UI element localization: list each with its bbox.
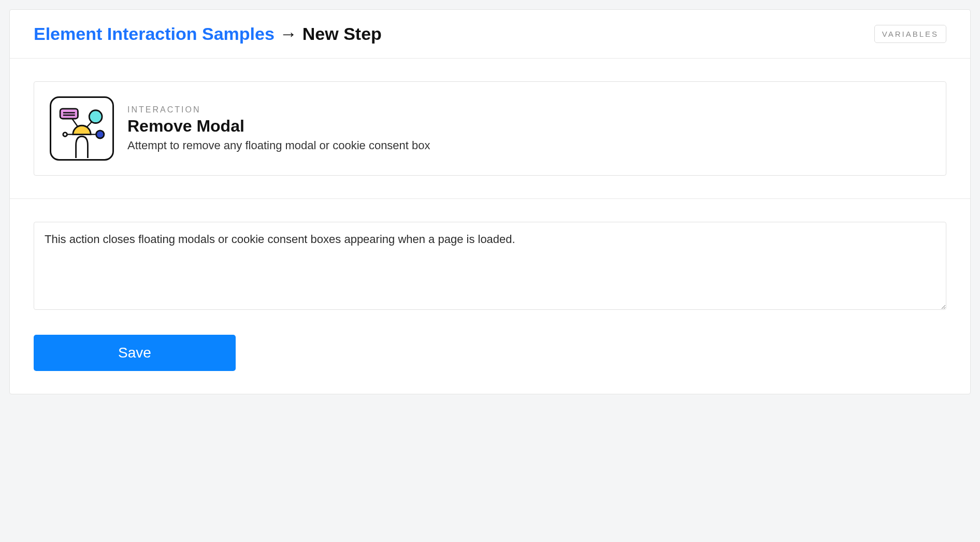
svg-point-5 (96, 131, 104, 138)
interaction-title: Remove Modal (127, 117, 930, 136)
interaction-card: INTERACTION Remove Modal Attempt to remo… (34, 81, 946, 176)
interaction-card-body: INTERACTION Remove Modal Attempt to remo… (127, 105, 930, 152)
page-shell: Element Interaction Samples → New Step V… (0, 0, 980, 404)
save-button[interactable]: Save (34, 335, 236, 371)
svg-rect-7 (60, 109, 78, 119)
breadcrumb: Element Interaction Samples → New Step (34, 24, 382, 44)
breadcrumb-arrow-icon: → (280, 24, 297, 44)
interaction-eyebrow: INTERACTION (127, 105, 930, 115)
breadcrumb-current: New Step (302, 24, 382, 44)
main-panel: Element Interaction Samples → New Step V… (9, 9, 971, 394)
page-header: Element Interaction Samples → New Step V… (10, 10, 970, 59)
svg-point-4 (89, 110, 102, 123)
interaction-summary-section: INTERACTION Remove Modal Attempt to remo… (10, 59, 970, 199)
form-section: Save (10, 199, 970, 394)
svg-point-6 (63, 133, 67, 137)
interaction-subtitle: Attempt to remove any floating modal or … (127, 139, 930, 152)
interaction-graph-icon (50, 96, 114, 161)
step-description-input[interactable] (34, 222, 946, 310)
variables-button[interactable]: VARIABLES (874, 25, 946, 43)
breadcrumb-parent-link[interactable]: Element Interaction Samples (34, 24, 275, 44)
